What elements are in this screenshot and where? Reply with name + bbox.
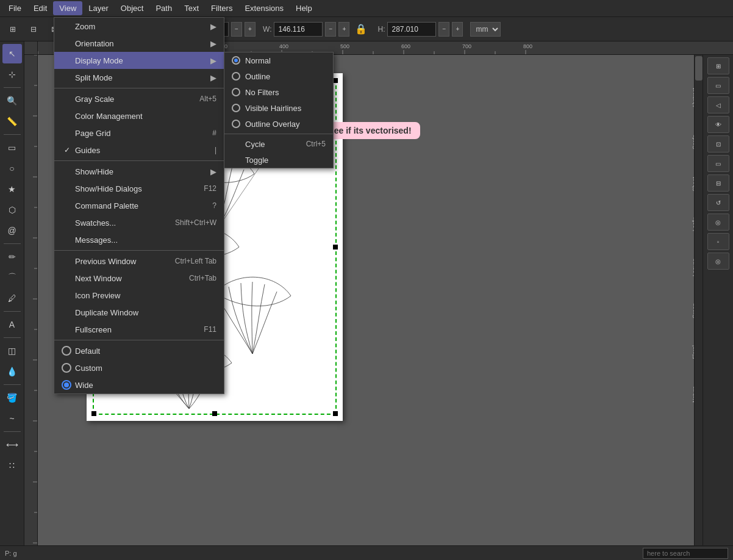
measure-tool[interactable]: 📏 xyxy=(2,112,22,131)
snap-toolbar-btn2[interactable]: ⊟ xyxy=(24,21,43,38)
menu-item-swatches[interactable]: Swatches... Shift+Ctrl+W xyxy=(54,214,224,231)
menu-item-display-mode[interactable]: Display Mode ▶ Normal Outline No Filters… xyxy=(54,52,224,69)
menu-extensions[interactable]: Extensions xyxy=(238,1,290,15)
display-normal[interactable]: Normal xyxy=(224,52,333,68)
menu-filters[interactable]: Filters xyxy=(205,1,238,15)
pencil-tool[interactable]: ✏ xyxy=(2,247,22,267)
menu-item-zoom[interactable]: Zoom ▶ xyxy=(54,18,224,35)
menu-item-page-grid[interactable]: Page Grid # xyxy=(54,124,224,142)
snap-btn-8[interactable]: ↺ xyxy=(707,194,729,211)
star-tool[interactable]: ★ xyxy=(2,179,22,199)
display-no-filters[interactable]: No Filters xyxy=(224,84,333,100)
snap-btn-9[interactable]: ◎ xyxy=(707,214,729,231)
menu-item-next-window[interactable]: Next Window Ctrl+Tab xyxy=(54,270,224,287)
snap-btn-1[interactable]: ⊞ xyxy=(707,57,729,74)
menu-item-split-mode[interactable]: Split Mode ▶ xyxy=(54,69,224,86)
blur-tool[interactable]: ~ xyxy=(2,409,22,428)
cycle-shortcut: Ctrl+5 xyxy=(306,140,326,148)
menu-item-show-hide[interactable]: Show/Hide ▶ xyxy=(54,163,224,180)
h-input[interactable] xyxy=(387,22,436,37)
snap-btn-6[interactable]: ▭ xyxy=(707,155,729,172)
node-tool[interactable]: ⊹ xyxy=(2,65,22,84)
menu-item-duplicate-window[interactable]: Duplicate Window xyxy=(54,304,224,321)
menu-layer[interactable]: Layer xyxy=(82,1,115,15)
menu-item-fullscreen[interactable]: Fullscreen F11 xyxy=(54,321,224,338)
coord-w-box: W: − + xyxy=(263,22,349,37)
h-plus[interactable]: + xyxy=(452,22,463,37)
bezier-tool[interactable]: ⌒ xyxy=(2,268,22,287)
menu-item-guides[interactable]: ✓ Guides | xyxy=(54,142,224,159)
menu-object[interactable]: Object xyxy=(115,1,150,15)
radio-default xyxy=(62,346,71,356)
snap-btn-2[interactable]: ▭ xyxy=(707,77,729,94)
scrollbar-thumb-v[interactable] xyxy=(695,56,703,81)
zoom-tool[interactable]: 🔍 xyxy=(2,91,22,110)
statusbar: P: g xyxy=(0,545,733,560)
menu-item-orientation[interactable]: Orientation ▶ xyxy=(54,35,224,52)
menu-item-wide[interactable]: Wide xyxy=(54,376,224,393)
menu-item-color-mgmt[interactable]: Color Management xyxy=(54,107,224,124)
text-tool[interactable]: A xyxy=(2,315,22,334)
snap-btn-10[interactable]: ▫ xyxy=(707,233,729,250)
h-minus[interactable]: − xyxy=(438,22,449,37)
snap-btn-11[interactable]: ◎ xyxy=(707,253,729,270)
menu-item-show-hide-dialogs[interactable]: Show/Hide Dialogs F12 xyxy=(54,180,224,197)
y-minus[interactable]: − xyxy=(231,22,242,37)
menu-item-default[interactable]: Default xyxy=(54,342,224,359)
rect-tool[interactable]: ▭ xyxy=(2,138,22,157)
menu-help[interactable]: Help xyxy=(290,1,318,15)
menu-sep3 xyxy=(54,250,224,251)
spray-tool[interactable]: ∷ xyxy=(2,456,22,475)
menu-item-command-palette[interactable]: Command Palette ? xyxy=(54,197,224,214)
custom-label: Custom xyxy=(75,364,102,373)
menu-file[interactable]: File xyxy=(2,1,27,15)
radio-nofilters-dot xyxy=(232,88,240,96)
connector-tool[interactable]: ⟷ xyxy=(2,435,22,454)
menu-edit[interactable]: Edit xyxy=(27,1,53,15)
display-visible-hairlines[interactable]: Visible Hairlines xyxy=(224,100,333,116)
w-label: W: xyxy=(263,25,271,34)
menu-path[interactable]: Path xyxy=(149,1,178,15)
left-toolbar: ↖ ⊹ 🔍 📏 ▭ ○ ★ ⬡ @ ✏ ⌒ 🖊 A ◫ 💧 🪣 ~ ⟷ ∷ xyxy=(0,41,24,560)
svg-text:400: 400 xyxy=(279,43,288,49)
menu-item-messages[interactable]: Messages... xyxy=(54,231,224,248)
zoom-label: Zoom xyxy=(75,22,95,31)
display-outline[interactable]: Outline xyxy=(224,68,333,84)
menu-text[interactable]: Text xyxy=(178,1,205,15)
snap-btn-5[interactable]: ⊡ xyxy=(707,135,729,153)
gradient-tool[interactable]: ◫ xyxy=(2,341,22,361)
w-input[interactable] xyxy=(274,22,323,37)
snap-btn-7[interactable]: ⊟ xyxy=(707,174,729,192)
select-tool[interactable]: ↖ xyxy=(2,44,22,63)
w-plus[interactable]: + xyxy=(338,22,349,37)
no-filters-label: No Filters xyxy=(245,88,279,97)
display-cycle[interactable]: Cycle Ctrl+5 xyxy=(224,136,333,152)
snap-toolbar-btn1[interactable]: ⊞ xyxy=(4,21,22,38)
menu-view[interactable]: View xyxy=(53,1,82,15)
menu-item-grayscale[interactable]: Gray Scale Alt+5 xyxy=(54,90,224,107)
snap-btn-4[interactable]: 👁 xyxy=(707,116,729,133)
3d-box-tool[interactable]: ⬡ xyxy=(2,200,22,220)
outline-overlay-label: Outline Overlay xyxy=(245,120,300,129)
snap-btn-3[interactable]: ◁ xyxy=(707,96,729,113)
scrollbar-v[interactable] xyxy=(694,55,703,560)
w-minus[interactable]: − xyxy=(325,22,336,37)
unit-select[interactable]: mm px in pt xyxy=(470,22,501,37)
menu-item-icon-preview[interactable]: Icon Preview xyxy=(54,287,224,304)
tool-sep4 xyxy=(4,311,21,312)
radio-wide xyxy=(62,380,71,390)
h-label: H: xyxy=(377,25,385,34)
y-plus[interactable]: + xyxy=(245,22,256,37)
display-toggle[interactable]: Toggle xyxy=(224,152,333,168)
lock-ratio-btn[interactable]: 🔒 xyxy=(352,21,370,38)
dropper-tool[interactable]: 💧 xyxy=(2,362,22,381)
menu-sep4 xyxy=(54,340,224,340)
callig-tool[interactable]: 🖊 xyxy=(2,289,22,308)
circle-tool[interactable]: ○ xyxy=(2,159,22,178)
search-input[interactable] xyxy=(643,548,728,559)
paint-bucket[interactable]: 🪣 xyxy=(2,388,22,407)
menu-item-prev-window[interactable]: Previous Window Ctrl+Left Tab xyxy=(54,253,224,270)
display-outline-overlay[interactable]: Outline Overlay xyxy=(224,116,333,132)
menu-item-custom[interactable]: Custom xyxy=(54,359,224,376)
spiral-tool[interactable]: @ xyxy=(2,221,22,240)
